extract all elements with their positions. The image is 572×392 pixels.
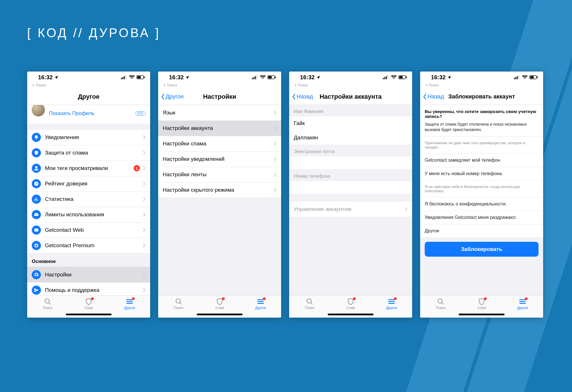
location-icon	[54, 75, 58, 79]
tab-spam[interactable]: Спам	[199, 298, 240, 310]
menu-item-label: Настройки аккаунта	[163, 125, 274, 131]
search-icon	[44, 298, 51, 305]
premium-icon	[32, 241, 41, 250]
chevron-right-icon	[143, 228, 146, 232]
breadcrumb[interactable]: Поиск	[27, 83, 150, 88]
back-button[interactable]: Назад	[423, 88, 444, 105]
menu-item[interactable]: Лимиты использования	[27, 207, 150, 222]
tab-other[interactable]: Другое	[502, 298, 543, 310]
reason-option[interactable]: Я не чувствую себя в безопасности, когда…	[420, 181, 543, 197]
menu-item[interactable]: Getcontact Web	[27, 222, 150, 238]
menu-item-label: Язык	[163, 110, 274, 116]
home-indicator	[328, 314, 374, 315]
badge-dot	[353, 297, 356, 300]
svg-rect-21	[386, 76, 387, 79]
menu-item[interactable]: Язык	[158, 105, 281, 120]
chevron-right-icon	[274, 157, 277, 161]
menu-item-label: Настройки спама	[163, 140, 274, 147]
menu-item[interactable]: Рейтинг доверия	[27, 176, 150, 191]
first-name-field[interactable]: Гайк	[289, 116, 412, 130]
tab-spam[interactable]: Спам	[330, 298, 371, 310]
menu-item[interactable]: Мои теги просматривали1	[27, 161, 150, 176]
svg-point-18	[176, 299, 180, 303]
tab-other[interactable]: Другое	[371, 298, 412, 310]
back-button[interactable]: Назад	[292, 88, 313, 105]
tab-other[interactable]: Другое	[109, 298, 150, 310]
badge-dot	[263, 297, 266, 300]
profile-cell[interactable]: Показать Профиль GTC	[27, 105, 150, 124]
menu-item[interactable]: Статистика	[27, 191, 150, 207]
tab-label: Другое	[386, 306, 397, 310]
svg-rect-5	[137, 76, 141, 78]
manage-label: Управление аккаунтом	[294, 206, 405, 212]
breadcrumb[interactable]: Поиск	[420, 83, 543, 88]
home-indicator	[459, 314, 505, 315]
shield-icon	[32, 148, 41, 157]
menu-item[interactable]: Настройки скрытого режима	[158, 182, 281, 198]
chevron-right-icon	[143, 212, 146, 217]
status-time: 16:32	[38, 74, 53, 81]
badge-dot	[132, 297, 135, 300]
battery-icon	[529, 75, 538, 79]
tab-label: Поиск	[174, 306, 183, 310]
manage-group: Управление аккаунтом	[289, 201, 412, 217]
menu-item[interactable]: Getcontact Premium	[27, 238, 150, 253]
phone-field[interactable]	[289, 181, 412, 194]
search-icon	[306, 298, 313, 305]
tab-search[interactable]: Поиск	[420, 298, 461, 310]
svg-rect-30	[518, 75, 519, 79]
svg-rect-33	[537, 76, 538, 78]
tab-search[interactable]: Поиск	[27, 298, 68, 310]
tab-search[interactable]: Поиск	[158, 298, 199, 310]
wifi-icon	[391, 75, 397, 79]
section-header-basic: Основное	[27, 254, 150, 267]
svg-point-10	[45, 299, 49, 303]
email-field[interactable]	[289, 156, 412, 170]
menu-item-label: Уведомления	[45, 134, 143, 140]
last-name-field[interactable]: Даллакян	[289, 130, 412, 145]
menu-item[interactable]: Настройки ленты	[158, 167, 281, 182]
menu-item[interactable]: Настройки спама	[158, 136, 281, 151]
svg-rect-8	[34, 229, 38, 229]
menu-item[interactable]: Настройки аккаунта	[158, 120, 281, 136]
signal-icon	[121, 75, 127, 79]
chevron-right-icon	[274, 172, 277, 177]
block-button[interactable]: Заблокировать	[425, 242, 539, 257]
svg-rect-19	[383, 78, 384, 79]
reason-option[interactable]: Уведомления Getcontact меня раздражают.	[420, 211, 543, 224]
badge-count: 1	[134, 165, 140, 171]
menu-item-label: Защита от спама	[45, 150, 143, 156]
svg-rect-6	[144, 76, 145, 78]
menu-item[interactable]: Настройки	[27, 267, 150, 282]
svg-point-26	[307, 299, 311, 303]
phone-block-account: 16:32 Поиск Назад Заблокировать аккаунт …	[420, 72, 543, 318]
menu-group-2: НастройкиПомощь и поддержка	[27, 267, 150, 295]
tab-other[interactable]: Другое	[240, 298, 281, 310]
reason-option[interactable]: Getcontact замедляет мой телефон.	[420, 154, 543, 167]
menu-item[interactable]: Защита от спама	[27, 145, 150, 161]
tab-spam[interactable]: Спам	[68, 298, 109, 310]
crumb-label: Поиск	[429, 83, 439, 87]
chevron-left-icon	[294, 84, 297, 87]
check-icon	[32, 179, 41, 188]
menu-item[interactable]: Настройки уведомлений	[158, 151, 281, 167]
breadcrumb[interactable]: Поиск	[289, 83, 412, 88]
tab-spam[interactable]: Спам	[461, 298, 502, 310]
reason-option[interactable]: Другое	[420, 224, 543, 238]
menu-item[interactable]: Помощь и поддержка	[27, 282, 150, 295]
tab-search[interactable]: Поиск	[289, 298, 330, 310]
manage-account-cell[interactable]: Управление аккаунтом	[289, 201, 412, 217]
svg-rect-2	[124, 76, 125, 79]
menu-item[interactable]: Уведомления	[27, 130, 150, 145]
web-icon	[32, 225, 41, 235]
tab-label: Спам	[346, 306, 355, 310]
reason-option[interactable]: У меня есть новый номер телефона.	[420, 167, 543, 181]
reason-option[interactable]: Я беспокоюсь о конфиденциальности.	[420, 197, 543, 211]
crumb-label: Поиск	[298, 83, 308, 87]
email-header: Электронная почта	[289, 145, 412, 156]
breadcrumb[interactable]: Поиск	[158, 83, 281, 88]
svg-rect-12	[253, 77, 254, 79]
reason-option[interactable]: Приложение не дает мне того преимущества…	[420, 137, 543, 154]
back-button[interactable]: Другое	[161, 88, 184, 105]
tab-label: Другое	[517, 306, 528, 310]
